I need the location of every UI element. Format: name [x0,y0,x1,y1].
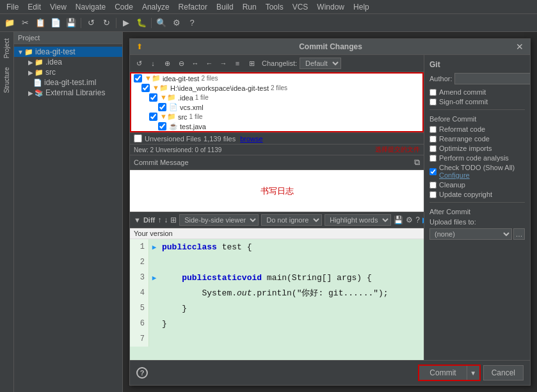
menu-view[interactable]: View [46,1,70,13]
diff-nav-down[interactable]: ↓ [164,214,168,226]
check-todo-checkbox[interactable] [429,168,437,175]
diff-settings-btn[interactable]: ⚙ [406,214,413,226]
line-arrow-1: ▶ [149,239,159,255]
cl-grid-btn[interactable]: ⊞ [245,57,258,70]
cl-next-btn[interactable]: → [217,57,230,70]
diff-ignore-select[interactable]: Do not ignore [261,214,322,226]
ft-root-count: 2 files [201,75,218,82]
upload-select[interactable]: (none) [429,228,512,240]
cl-expand-btn[interactable]: ↓ [147,57,159,70]
list-item[interactable]: ▶ 📁 .idea [14,57,122,67]
ft-java-checkbox[interactable] [158,122,166,130]
toolbar-btn-3[interactable]: 📋 [33,16,47,30]
menu-build[interactable]: Build [212,1,237,13]
menu-edit[interactable]: Edit [24,1,45,13]
changelist-select[interactable]: Default [300,58,341,69]
toolbar-btn-search[interactable]: 🔍 [154,16,168,30]
diff-expand-btn[interactable]: ⊞ [170,214,177,226]
configure-link[interactable]: Configure [439,171,470,179]
perform-checkbox[interactable] [429,155,437,162]
diff-help-btn[interactable]: ? [415,214,420,226]
after-commit-label: After Commit [429,208,525,216]
list-item[interactable]: ▼📁 idea-git-test 2 files [131,74,422,83]
cl-refresh-btn[interactable]: ↺ [132,57,145,70]
commit-button[interactable]: Commit [419,366,466,380]
menu-window[interactable]: Window [313,1,348,13]
commit-dropdown-arrow[interactable]: ▼ [467,366,479,380]
cleanup-checkbox[interactable] [429,182,437,189]
browse-link[interactable]: browse [240,135,262,143]
cl-add-btn[interactable]: ⊕ [161,57,173,70]
signoff-commit-checkbox[interactable] [429,98,437,106]
menu-run[interactable]: Run [239,1,260,13]
cl-menu-btn[interactable]: ≡ [231,57,244,70]
dialog-left: ↺ ↓ ⊕ ⊖ ↔ ← → ≡ ⊞ Changelist: Default [130,55,424,360]
menu-help[interactable]: Help [349,1,373,13]
toolbar-btn-debug[interactable]: 🐛 [134,16,148,30]
menu-tools[interactable]: Tools [262,1,287,13]
tree-root-arrow: ▼ [17,49,24,56]
toolbar-btn-5[interactable]: 💾 [64,16,78,30]
help-button[interactable]: ? [136,367,148,379]
toolbar-btn-1[interactable]: 📁 [3,16,17,30]
code-line-1: 1 ▶ public class test { [130,239,424,255]
diff-header: ▼ Diff ↑ ↓ ⊞ Side-by-side viewer Do not … [130,212,424,228]
list-item[interactable]: ▼📁 H:\idea_workspace\idea-git-test 2 fil… [131,83,422,93]
ft-vcs-checkbox[interactable] [158,103,166,111]
toolbar-btn-redo[interactable]: ↻ [99,16,113,30]
dialog-close-button[interactable]: ✕ [516,42,524,52]
reformat-checkbox[interactable] [429,126,437,133]
list-item[interactable]: ☕ test.java [131,122,422,131]
toolbar-btn-2[interactable]: ✂ [18,16,32,30]
ft-idea-checkbox[interactable] [149,93,157,102]
menu-analyze[interactable]: Analyze [138,1,173,13]
copy-icon[interactable]: ⧉ [414,157,420,168]
update-copyright-checkbox[interactable] [429,191,437,198]
folder-icon: ▼📁 [160,93,176,102]
list-item[interactable]: ▼📁 .idea 1 file [131,93,422,102]
sidebar-tab-project[interactable]: Project [1,35,12,62]
menu-navigate[interactable]: Navigate [72,1,109,13]
diff-save-btn[interactable]: 💾 [394,214,403,226]
menu-code[interactable]: Code [111,1,137,13]
cl-remove-btn[interactable]: ⊖ [175,57,188,70]
diff-nav-up[interactable]: ↑ [157,214,161,226]
tree-label-idea: .idea [45,58,62,67]
git-author-input[interactable] [454,73,530,84]
unversioned-checkbox[interactable] [134,134,142,143]
menu-file[interactable]: File [3,1,22,13]
upload-more-btn[interactable]: … [513,228,525,240]
diff-collapse-arrow[interactable]: ▼ [134,216,141,224]
cl-prev-btn[interactable]: ← [203,57,216,70]
line-arrow-5 [149,301,159,316]
diff-viewer-select[interactable]: Side-by-side viewer [179,214,259,226]
line-arrow-6 [149,316,159,331]
list-item[interactable]: ▶ 📁 src [14,67,122,77]
cancel-button[interactable]: Cancel [483,365,524,380]
sidebar-tab-structure[interactable]: Structure [1,63,12,97]
ft-src-checkbox[interactable] [149,113,157,121]
list-item[interactable]: ▶ 📚 External Libraries [14,88,122,98]
list-item[interactable]: 📄 vcs.xml [131,102,422,112]
commit-button-group: Commit ▼ [418,365,480,381]
list-item[interactable]: 📄 idea-git-test.iml [14,77,122,88]
toolbar-btn-undo[interactable]: ↺ [84,16,98,30]
ft-workspace-checkbox[interactable] [141,84,150,92]
toolbar-btn-run[interactable]: ▶ [119,16,133,30]
optimize-checkbox[interactable] [429,145,437,152]
commit-message-text[interactable]: 书写日志 [134,185,420,197]
diff-highlight-select[interactable]: Highlight words [325,214,391,226]
menu-bar: File Edit View Navigate Code Analyze Ref… [0,0,537,14]
toolbar-btn-help[interactable]: ? [185,16,199,30]
ft-root-label: idea-git-test [163,75,199,82]
rearrange-checkbox[interactable] [429,136,437,143]
cl-move-btn[interactable]: ↔ [189,57,202,70]
tree-root[interactable]: ▼ 📁 idea-git-test [14,47,122,57]
menu-vcs[interactable]: VCS [289,1,312,13]
ft-root-checkbox[interactable] [134,74,142,82]
toolbar-btn-settings[interactable]: ⚙ [170,16,184,30]
amend-commit-checkbox[interactable] [429,89,437,96]
list-item[interactable]: ▼📁 src 1 file [131,112,422,122]
menu-refactor[interactable]: Refactor [175,1,211,13]
toolbar-btn-4[interactable]: 📄 [49,16,63,30]
